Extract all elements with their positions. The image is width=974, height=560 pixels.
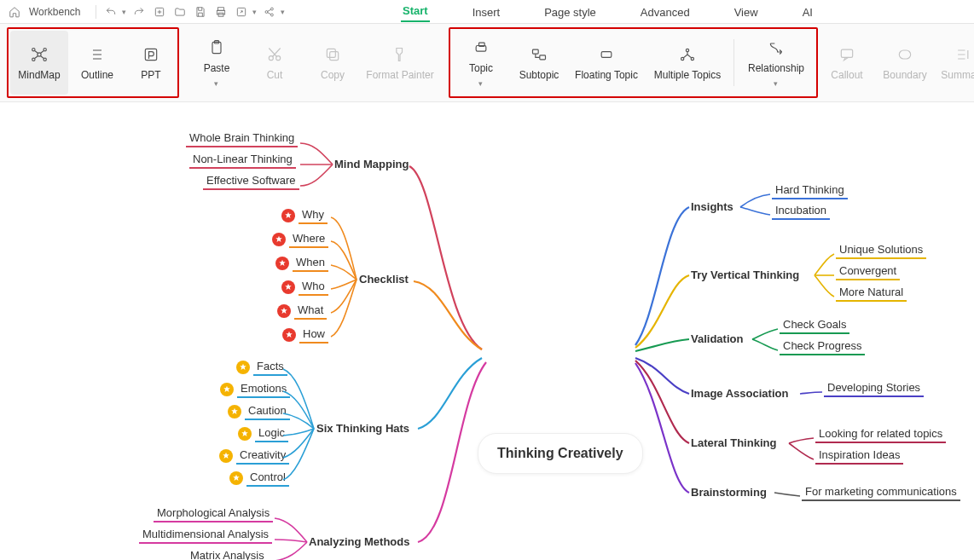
priority-icon (219, 449, 233, 463)
boundary-button[interactable]: Boundary (876, 27, 934, 98)
main-vertical[interactable]: Try Vertical Thinking (691, 268, 799, 281)
floating-topic-button[interactable]: Floating Topic (568, 31, 645, 95)
label: PPT (141, 69, 160, 81)
priority-icon (238, 427, 252, 441)
svg-point-9 (32, 48, 35, 50)
tab-start[interactable]: Start (401, 4, 430, 22)
leaf[interactable]: Check Progress (780, 338, 865, 355)
chevron-down-icon: ▾ (774, 79, 778, 88)
label: Callout (831, 69, 862, 81)
label: Relationship (748, 62, 804, 74)
priority-icon (236, 361, 250, 374)
chevron-down-icon: ▾ (478, 79, 483, 88)
svg-point-8 (38, 52, 41, 55)
cut-button[interactable]: Cut (246, 27, 304, 98)
svg-point-11 (32, 58, 35, 61)
view-outline[interactable]: Outline (68, 31, 126, 95)
leaf[interactable]: Facts (236, 358, 287, 376)
leaf[interactable]: Creativity (219, 447, 289, 465)
boundary-icon (896, 45, 914, 64)
menu-tabs: Start Insert Page style Advanced View AI (0, 2, 815, 22)
paste-icon (207, 38, 226, 57)
label: Topic (469, 62, 493, 74)
callout-button[interactable]: Callout (818, 27, 876, 98)
leaf[interactable]: Non-Linear Thinking (189, 151, 296, 169)
leaf[interactable]: Caution (228, 402, 290, 420)
svg-point-25 (686, 49, 688, 51)
relationship-button[interactable]: Relationship ▾ (738, 31, 815, 95)
leaf[interactable]: Whole Brain Thinking (186, 130, 298, 147)
svg-rect-23 (540, 55, 546, 59)
label: Floating Topic (575, 69, 638, 81)
leaf[interactable]: Hard Thinking (772, 182, 848, 199)
format-painter-button[interactable]: Format Painter (362, 27, 438, 98)
priority-icon (281, 280, 295, 294)
main-insights[interactable]: Insights (691, 200, 733, 213)
leaf[interactable]: Effective Software (203, 172, 299, 190)
separator (733, 39, 734, 86)
svg-rect-13 (145, 49, 156, 60)
leaf[interactable]: What (277, 302, 327, 320)
priority-icon (272, 233, 286, 246)
paste-button[interactable]: Paste ▾ (188, 27, 246, 98)
svg-point-12 (43, 58, 46, 61)
label: Copy (321, 69, 345, 81)
leaf[interactable]: Incubation (772, 202, 830, 220)
ribbon: MindMap Outline PPT Paste ▾ Cut Copy For… (0, 24, 974, 102)
ppt-icon (142, 45, 160, 64)
topic-button[interactable]: Topic ▾ (452, 31, 510, 95)
format-painter-icon (391, 45, 409, 64)
leaf[interactable]: Check Goals (780, 316, 849, 334)
floating-topic-icon (597, 45, 616, 64)
outline-icon (88, 45, 107, 64)
svg-rect-18 (330, 51, 339, 60)
label: Paste (204, 62, 230, 74)
leaf[interactable]: Matrix Analysis (187, 547, 268, 560)
main-sixhats[interactable]: Six Thinking Hats (316, 422, 409, 435)
mindmap-icon (30, 45, 49, 64)
leaf[interactable]: Convergent (836, 263, 900, 280)
leaf[interactable]: Developing Stories (824, 379, 924, 397)
svg-rect-29 (899, 50, 910, 59)
main-validation[interactable]: Validation (691, 332, 743, 345)
leaf[interactable]: For marketing communications (802, 483, 960, 501)
label: Summary (941, 69, 974, 81)
leaf[interactable]: Where (272, 230, 328, 248)
leaf[interactable]: Control (229, 469, 289, 487)
copy-button[interactable]: Copy (304, 27, 362, 98)
leaf[interactable]: Morphological Analysis (154, 505, 273, 522)
tab-insert[interactable]: Insert (471, 6, 502, 22)
leaf[interactable]: Emotions (220, 380, 290, 398)
central-topic[interactable]: Thinking Creatively (478, 433, 643, 474)
tab-pagestyle[interactable]: Page style (542, 6, 598, 22)
leaf[interactable]: Unique Solutions (836, 241, 926, 259)
mindmap-canvas[interactable]: Thinking Creatively Mind Mapping Checkli… (0, 102, 974, 560)
view-mindmap[interactable]: MindMap (10, 31, 68, 95)
main-checklist[interactable]: Checklist (359, 273, 409, 286)
leaf[interactable]: Who (281, 278, 328, 296)
priority-icon (282, 328, 296, 342)
leaf[interactable]: Inspiration Ideas (815, 447, 903, 465)
svg-rect-19 (327, 49, 335, 57)
leaf[interactable]: Multidimensional Analysis (139, 526, 272, 544)
main-analyzing[interactable]: Analyzing Methods (309, 535, 409, 548)
leaf[interactable]: Why (281, 206, 328, 224)
main-brainstorm[interactable]: Brainstorming (691, 486, 767, 499)
tab-ai[interactable]: AI (801, 6, 815, 22)
multiple-topics-button[interactable]: Multiple Topics (645, 31, 730, 95)
tab-view[interactable]: View (733, 6, 760, 22)
leaf[interactable]: When (275, 254, 328, 272)
leaf[interactable]: Logic (238, 424, 288, 442)
leaf[interactable]: Looking for related topics (815, 425, 946, 443)
label: Outline (81, 69, 113, 81)
subtopic-button[interactable]: Subtopic (510, 31, 568, 95)
main-image[interactable]: Image Association (691, 387, 788, 400)
summary-button[interactable]: Summary (934, 27, 974, 98)
main-lateral[interactable]: Lateral Thinking (691, 436, 776, 449)
main-mindmapping[interactable]: Mind Mapping (334, 158, 409, 170)
view-ppt[interactable]: PPT (126, 31, 176, 95)
label: Multiple Topics (654, 69, 721, 81)
leaf[interactable]: How (282, 326, 328, 344)
tab-advanced[interactable]: Advanced (639, 6, 692, 22)
leaf[interactable]: More Natural (836, 284, 907, 302)
